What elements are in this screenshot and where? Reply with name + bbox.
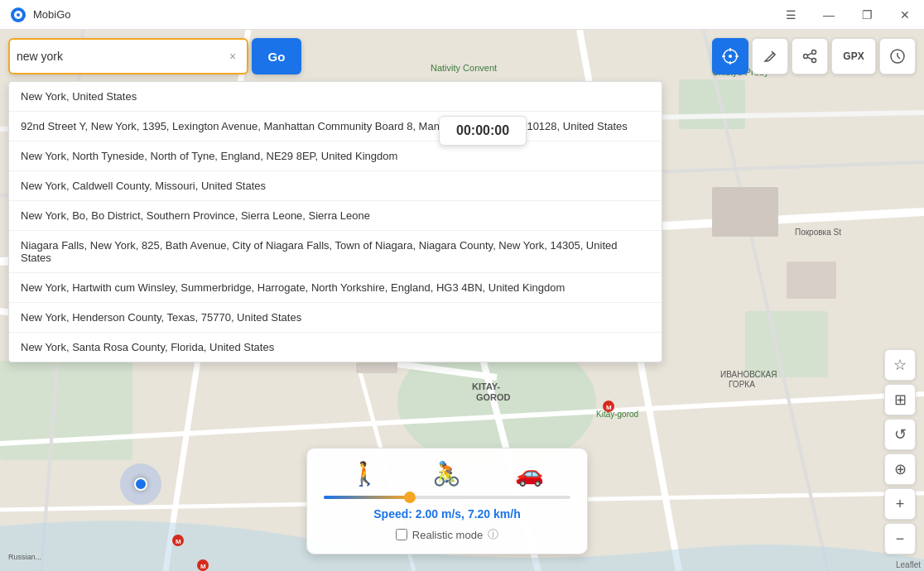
transport-panel: 🚶 🚴 🚗 Speed: 2.00 m/s, 7.20 km/h Realist… xyxy=(306,448,588,554)
dropdown-item[interactable]: 92nd Street Y, New York, 1395, Lexington… xyxy=(9,112,662,142)
walk-icon[interactable]: 🚶 xyxy=(350,460,379,487)
car-icon[interactable]: 🚗 xyxy=(515,460,544,487)
transport-icons: 🚶 🚴 🚗 xyxy=(324,460,570,487)
search-container: × Go xyxy=(8,38,301,74)
dropdown-item[interactable]: New York, United States xyxy=(9,82,662,112)
svg-point-54 xyxy=(812,59,816,63)
gpx-button[interactable]: GPX xyxy=(831,38,876,74)
svg-line-56 xyxy=(807,57,812,60)
dropdown-item[interactable]: Niagara Falls, New York, 825, Bath Avenu… xyxy=(9,231,662,273)
search-dropdown: New York, United States92nd Street Y, Ne… xyxy=(8,81,662,362)
timer: 00:00:00 xyxy=(439,116,527,146)
zoom-out-button[interactable]: − xyxy=(884,523,916,554)
close-button[interactable]: ✕ xyxy=(886,0,924,30)
svg-text:Russian...: Russian... xyxy=(8,553,41,561)
dropdown-item[interactable]: New York, Bo, Bo District, Southern Prov… xyxy=(9,201,662,231)
share-button[interactable] xyxy=(792,38,828,74)
svg-rect-24 xyxy=(712,187,778,237)
svg-line-59 xyxy=(898,56,900,59)
dropdown-item[interactable]: New York, Caldwell County, Missouri, Uni… xyxy=(9,171,662,201)
speed-bar[interactable] xyxy=(324,496,570,499)
svg-text:ГОРКА: ГОРКА xyxy=(729,380,755,389)
svg-line-55 xyxy=(807,53,812,55)
svg-point-51 xyxy=(729,55,732,58)
right-buttons: ☆ ⊞ ↺ ⊕ + − xyxy=(884,349,916,554)
speed-text: Speed: 2.00 m/s, 7.20 km/h xyxy=(324,507,570,521)
svg-text:M: M xyxy=(200,563,206,570)
titlebar: MobiGo ☰ — ❐ ✕ xyxy=(0,0,924,30)
svg-text:ИВАНОВСКАЯ: ИВАНОВСКАЯ xyxy=(720,370,777,379)
pen-button[interactable] xyxy=(752,38,788,74)
svg-point-52 xyxy=(812,50,816,55)
leaflet-attribution: Leaflet xyxy=(896,560,921,569)
star-button[interactable]: ☆ xyxy=(884,349,916,381)
app-title: MobiGo xyxy=(33,8,71,21)
toolbar: GPX xyxy=(712,38,916,74)
svg-text:KITAY-: KITAY- xyxy=(472,381,501,391)
locate-button[interactable]: ⊕ xyxy=(884,453,916,485)
svg-text:Покровка St: Покровка St xyxy=(795,228,841,237)
svg-text:GOROD: GOROD xyxy=(476,392,511,402)
realistic-mode-checkbox[interactable] xyxy=(396,529,407,540)
search-box: × xyxy=(8,38,248,74)
dropdown-item[interactable]: New York, Henderson County, Texas, 75770… xyxy=(9,303,662,333)
realistic-mode: Realistic mode ⓘ xyxy=(324,527,570,542)
clock-button[interactable] xyxy=(879,38,916,74)
speed-value: 2.00 m/s, 7.20 km/h xyxy=(416,507,521,521)
bike-icon[interactable]: 🚴 xyxy=(432,460,461,487)
app-logo xyxy=(10,7,26,23)
svg-rect-7 xyxy=(745,311,828,377)
svg-text:M: M xyxy=(176,538,181,545)
svg-rect-5 xyxy=(0,361,132,460)
speed-fill xyxy=(324,496,410,499)
svg-text:M: M xyxy=(606,404,612,411)
speed-label: Speed: xyxy=(373,507,412,521)
window-controls: ☰ — ❐ ✕ xyxy=(772,0,924,30)
svg-point-53 xyxy=(804,55,808,59)
refresh-button[interactable]: ↺ xyxy=(884,419,916,450)
search-input[interactable] xyxy=(17,50,225,63)
svg-rect-25 xyxy=(787,262,836,299)
clear-icon[interactable]: × xyxy=(225,49,240,64)
zoom-in-button[interactable]: + xyxy=(884,488,916,520)
crosshair-button[interactable] xyxy=(712,38,748,74)
dropdown-item[interactable]: New York, North Tyneside, North of Tyne,… xyxy=(9,142,662,171)
go-button[interactable]: Go xyxy=(252,38,301,74)
titlebar-left: MobiGo xyxy=(0,7,71,23)
menu-button[interactable]: ☰ xyxy=(772,0,810,30)
location-dot xyxy=(120,463,161,505)
dropdown-item[interactable]: New York, Hartwith cum Winsley, Summerbr… xyxy=(9,273,662,303)
info-icon[interactable]: ⓘ xyxy=(488,527,498,542)
speed-handle[interactable] xyxy=(404,492,416,503)
restore-button[interactable]: ❐ xyxy=(848,0,886,30)
layers-button[interactable]: ⊞ xyxy=(884,384,916,415)
svg-point-2 xyxy=(17,13,20,17)
svg-rect-6 xyxy=(679,79,745,129)
minimize-button[interactable]: — xyxy=(810,0,848,30)
svg-text:Kitay-gorod: Kitay-gorod xyxy=(596,410,638,419)
realistic-mode-label: Realistic mode xyxy=(412,529,483,541)
svg-text:Nativity Convent: Nativity Convent xyxy=(431,63,497,73)
dropdown-item[interactable]: New York, Santa Rosa County, Florida, Un… xyxy=(9,333,662,362)
